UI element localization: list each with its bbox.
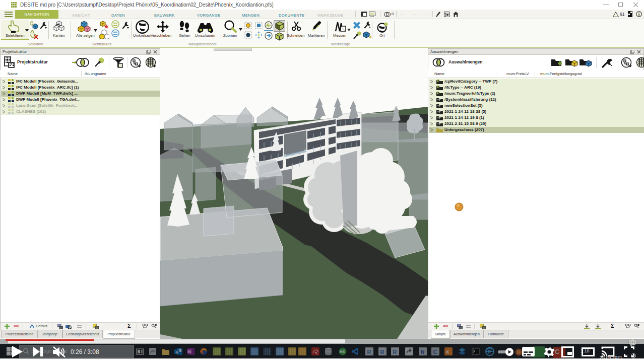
svg-text:1: 1 [632, 354, 634, 357]
